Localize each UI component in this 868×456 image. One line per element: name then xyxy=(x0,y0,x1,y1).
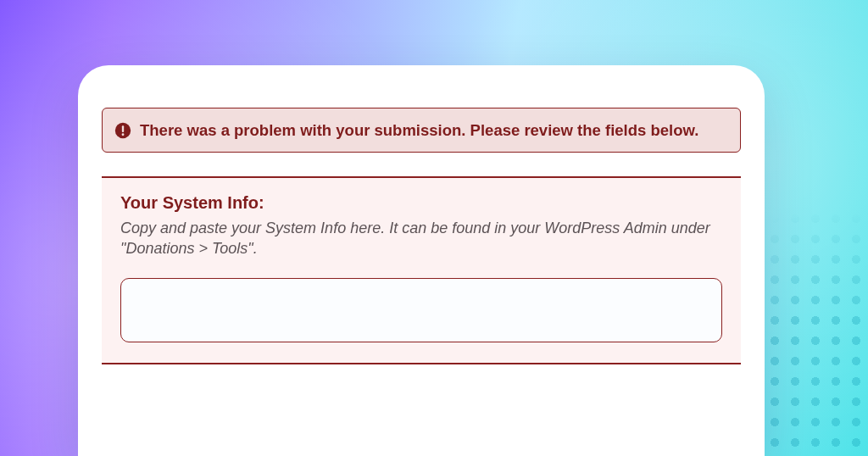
svg-rect-1 xyxy=(122,125,124,132)
system-info-label: Your System Info: xyxy=(120,193,722,213)
system-info-field: Your System Info: Copy and paste your Sy… xyxy=(102,178,741,364)
system-info-textarea[interactable] xyxy=(120,278,722,342)
error-alert-text: There was a problem with your submission… xyxy=(140,120,698,140)
svg-point-2 xyxy=(122,133,125,136)
system-info-help: Copy and paste your System Info here. It… xyxy=(120,218,714,259)
error-alert: There was a problem with your submission… xyxy=(102,108,741,153)
form-card: There was a problem with your submission… xyxy=(78,65,765,456)
error-icon xyxy=(114,122,131,139)
